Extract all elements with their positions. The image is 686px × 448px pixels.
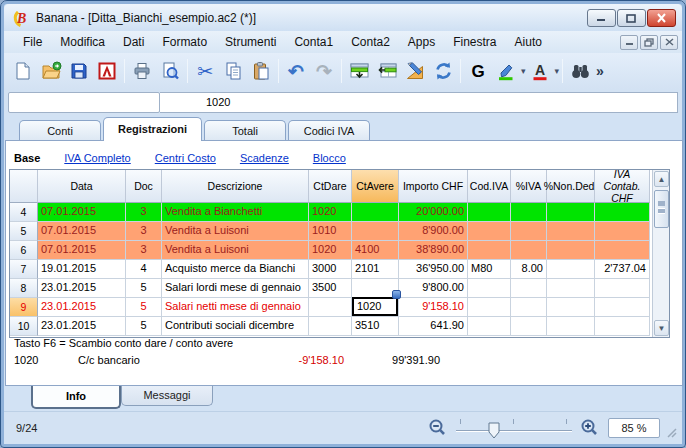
col-header-ctavere[interactable]: CtAvere <box>352 170 399 203</box>
cell-doc[interactable]: 5 <box>126 298 162 317</box>
table-row[interactable]: 8 23.01.2015 5 Salari lordi mese di genn… <box>10 279 669 298</box>
mdi-restore-button[interactable] <box>640 35 658 50</box>
cell-ctdare[interactable]: 1010 <box>309 222 352 241</box>
cell-piva[interactable]: 8.00 <box>511 260 547 279</box>
tab-totali[interactable]: Totali <box>204 120 286 141</box>
mdi-minimize-button[interactable] <box>620 35 638 50</box>
cell-data[interactable]: 23.01.2015 <box>38 317 126 336</box>
highlight-color-button[interactable] <box>492 57 520 85</box>
cell-ctdare[interactable]: 3500 <box>309 279 352 298</box>
cell-descrizione[interactable]: Salari lordi mese di gennaio <box>162 279 309 298</box>
edit-button[interactable] <box>401 57 429 85</box>
menu-conta2[interactable]: Conta2 <box>342 33 399 51</box>
cell-reference-input[interactable] <box>8 92 160 113</box>
save-button[interactable] <box>65 57 93 85</box>
cell-codiva[interactable] <box>468 222 511 241</box>
cell-codiva[interactable] <box>468 203 511 222</box>
zoom-out-icon[interactable] <box>428 418 448 438</box>
cell-descrizione[interactable]: Vendita a Luisoni <box>162 241 309 260</box>
cell-ivacontab[interactable] <box>595 222 650 241</box>
cell-ivacontab[interactable]: 2'737.04 <box>595 260 650 279</box>
cell-data[interactable]: 07.01.2015 <box>38 203 126 222</box>
cell-importo[interactable]: 20'000.00 <box>399 203 468 222</box>
view-base[interactable]: Base <box>14 152 40 164</box>
cut-button[interactable]: ✂ <box>191 57 219 85</box>
table-row-active[interactable]: 9 23.01.2015 5 Salari netti mese di genn… <box>10 298 669 317</box>
cell-ivacontab[interactable] <box>595 203 650 222</box>
tab-registrazioni[interactable]: Registrazioni <box>103 117 202 141</box>
cell-doc[interactable]: 3 <box>126 241 162 260</box>
scroll-down-button[interactable]: ▼ <box>654 320 669 336</box>
menu-formato[interactable]: Formato <box>153 33 216 51</box>
col-header-ivacontab[interactable]: IVA Contab. CHF <box>595 170 650 203</box>
cell-data[interactable]: 07.01.2015 <box>38 241 126 260</box>
col-header-importo[interactable]: Importo CHF <box>399 170 468 203</box>
cell-nonded[interactable] <box>547 260 595 279</box>
cell-nonded[interactable] <box>547 298 595 317</box>
cell-doc[interactable]: 3 <box>126 222 162 241</box>
cell-descrizione[interactable]: Vendita a Luisoni <box>162 222 309 241</box>
cell-ctavere[interactable]: 4100 <box>352 241 399 260</box>
cell-piva[interactable] <box>511 279 547 298</box>
cell-importo[interactable]: 9'158.10 <box>399 298 468 317</box>
row-number[interactable]: 5 <box>10 222 38 241</box>
font-color-button[interactable]: A <box>526 57 554 85</box>
zoom-in-icon[interactable] <box>580 418 600 438</box>
print-button[interactable] <box>128 57 156 85</box>
slider-thumb[interactable] <box>488 422 500 440</box>
cell-descrizione[interactable]: Contributi sociali dicembre <box>162 317 309 336</box>
recalculate-button[interactable] <box>429 57 457 85</box>
col-header-ctdare[interactable]: CtDare <box>309 170 352 203</box>
cell-ctdare[interactable]: 1020 <box>309 241 352 260</box>
cell-importo[interactable]: 38'890.00 <box>399 241 468 260</box>
view-scadenze[interactable]: Scadenze <box>240 152 289 164</box>
cell-data[interactable]: 07.01.2015 <box>38 222 126 241</box>
menu-apps[interactable]: Apps <box>399 33 444 51</box>
autocomplete-icon[interactable] <box>392 290 401 299</box>
paste-button[interactable] <box>247 57 275 85</box>
cell-codiva[interactable] <box>468 241 511 260</box>
cell-doc[interactable]: 3 <box>126 203 162 222</box>
bold-button[interactable]: G <box>464 57 492 85</box>
cell-ctdare[interactable]: 1020 <box>309 203 352 222</box>
highlight-dropdown-arrow[interactable]: ▾ <box>521 66 526 76</box>
table-row[interactable]: 7 19.01.2015 4 Acquisto merce da Bianchi… <box>10 260 669 279</box>
col-header-doc[interactable]: Doc <box>126 170 162 203</box>
resize-grip[interactable] <box>666 427 678 439</box>
cell-ctavere[interactable]: 3510 <box>352 317 399 336</box>
cell-nonded[interactable] <box>547 222 595 241</box>
menu-finestra[interactable]: Finestra <box>444 33 505 51</box>
cell-ivacontab[interactable] <box>595 279 650 298</box>
cell-nonded[interactable] <box>547 317 595 336</box>
cell-importo[interactable]: 36'950.00 <box>399 260 468 279</box>
cell-ivacontab[interactable] <box>595 317 650 336</box>
zoom-slider[interactable] <box>456 417 572 439</box>
cell-codiva[interactable] <box>468 317 511 336</box>
close-button[interactable] <box>647 9 676 27</box>
minimize-button[interactable] <box>587 9 616 27</box>
col-header-piva[interactable]: %IVA <box>511 170 547 203</box>
copy-button[interactable] <box>219 57 247 85</box>
cell-importo[interactable]: 9'800.00 <box>399 279 468 298</box>
cell-data[interactable]: 23.01.2015 <box>38 298 126 317</box>
menu-aiuto[interactable]: Aiuto <box>506 33 551 51</box>
cell-codiva[interactable]: M80 <box>468 260 511 279</box>
menu-modifica[interactable]: Modifica <box>51 33 114 51</box>
view-iva-completo[interactable]: IVA Completo <box>64 152 130 164</box>
scroll-up-button[interactable]: ▲ <box>654 171 669 187</box>
cell-data[interactable]: 19.01.2015 <box>38 260 126 279</box>
row-number[interactable]: 7 <box>10 260 38 279</box>
menu-file[interactable]: File <box>14 33 51 51</box>
mdi-close-button[interactable] <box>660 35 678 50</box>
zoom-percent-input[interactable]: 85 % <box>608 418 660 438</box>
table-row[interactable]: 4 07.01.2015 3 Vendita a Bianchetti 1020… <box>10 203 669 222</box>
table-row[interactable]: 10 23.01.2015 5 Contributi sociali dicem… <box>10 317 669 336</box>
cell-piva[interactable] <box>511 241 547 260</box>
print-preview-button[interactable] <box>156 57 184 85</box>
restore-button[interactable] <box>617 9 646 27</box>
cell-data[interactable]: 23.01.2015 <box>38 279 126 298</box>
cell-ctavere[interactable] <box>352 222 399 241</box>
cell-importo[interactable]: 8'900.00 <box>399 222 468 241</box>
cell-importo[interactable]: 641.90 <box>399 317 468 336</box>
menu-strumenti[interactable]: Strumenti <box>216 33 285 51</box>
